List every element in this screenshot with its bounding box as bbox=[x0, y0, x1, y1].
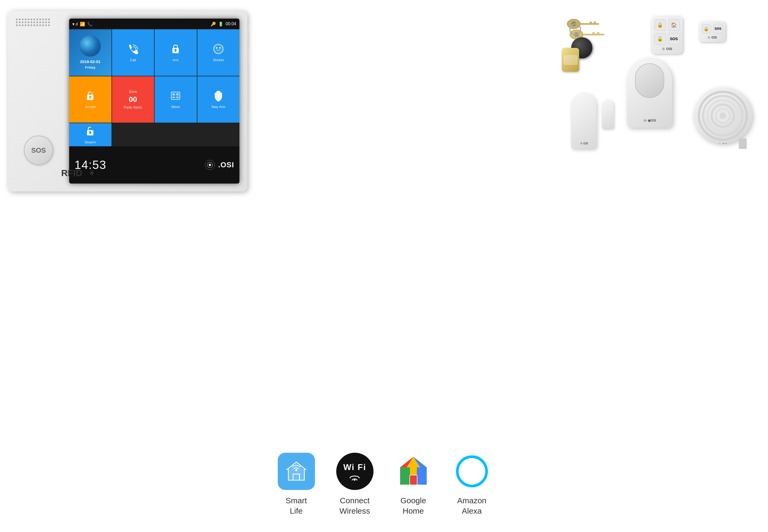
wifi-line2: Wireless bbox=[339, 506, 370, 515]
day-display: Friday bbox=[85, 65, 96, 69]
remote-btn2-lock[interactable]: 🔒 bbox=[701, 24, 711, 34]
osi-text: .OSI bbox=[218, 161, 234, 169]
smart-life-label: Smart Life bbox=[285, 495, 307, 516]
alexa-line2: Alexa bbox=[462, 506, 482, 515]
armed-label: Armed bbox=[85, 105, 95, 109]
socket-label: Socket bbox=[213, 58, 224, 62]
status-right: 🔑 🔋 00:04 bbox=[211, 22, 236, 27]
smart-life-line1: Smart bbox=[285, 496, 307, 505]
disarm-icon bbox=[84, 125, 96, 139]
smart-life-feature: Smart Life bbox=[278, 453, 315, 516]
arm-cell[interactable]: Arm bbox=[155, 29, 197, 76]
smart-life-line2: Life bbox=[290, 506, 302, 515]
remote-brand-2: OSI bbox=[701, 36, 723, 39]
remote-btn-sos[interactable]: SOS bbox=[668, 33, 680, 45]
globe-graphic bbox=[80, 35, 101, 57]
remote-buttons-1: 🔒 🏠 🔓 SOS bbox=[654, 19, 680, 45]
svg-rect-2 bbox=[175, 51, 176, 52]
signal-icon: ▾.ıl bbox=[72, 22, 78, 27]
svg-rect-30 bbox=[592, 32, 595, 34]
call-label: Call bbox=[130, 58, 136, 62]
osi-logo-screen: .OSI bbox=[203, 158, 234, 172]
door-sensor-group: OSI bbox=[571, 93, 614, 154]
menu-cell[interactable]: Menu bbox=[155, 76, 197, 123]
date-display: 2018-02-01 bbox=[80, 59, 101, 64]
siren-body: OSI bbox=[694, 88, 752, 144]
status-bar: ▾.ıl 📶 📞 🔑 🔋 00:04 bbox=[69, 19, 239, 29]
remote-btn-home[interactable]: 🏠 bbox=[668, 19, 680, 31]
rfid-waves-icon bbox=[84, 168, 94, 178]
wifi-icon: Wi Fi bbox=[336, 453, 373, 490]
socket-cell[interactable]: Socket bbox=[197, 29, 240, 76]
remote-control-1[interactable]: 🔒 🏠 🔓 SOS OSI bbox=[651, 16, 683, 54]
svg-point-33 bbox=[663, 48, 664, 49]
svg-point-35 bbox=[708, 37, 709, 38]
pir-body: ◉OSI bbox=[627, 59, 672, 128]
alexa-line1: Amazon bbox=[457, 496, 486, 505]
wifi-text: Wi Fi bbox=[343, 462, 366, 472]
svg-rect-31 bbox=[597, 32, 599, 34]
svg-point-39 bbox=[581, 143, 582, 144]
google-home-feature: Google Home bbox=[395, 453, 432, 516]
remote-control-2[interactable]: 🔒 SOS OSI bbox=[699, 21, 725, 42]
google-home-label: Google Home bbox=[400, 495, 426, 516]
svg-point-6 bbox=[219, 47, 221, 49]
svg-rect-11 bbox=[171, 92, 180, 99]
remote-btn-lock[interactable]: 🔒 bbox=[654, 19, 666, 31]
wifi-arcs bbox=[348, 473, 361, 481]
bottom-features: Smart Life Wi Fi Connect Wireless bbox=[278, 453, 491, 516]
google-home-line1: Google bbox=[400, 496, 426, 505]
svg-rect-24 bbox=[580, 23, 599, 25]
call-cell[interactable]: Call bbox=[112, 29, 154, 76]
door-sensor-brand: OSI bbox=[580, 142, 588, 145]
google-home-line2: Home bbox=[402, 506, 424, 515]
clock-display: 00:04 bbox=[226, 22, 236, 26]
disarm-cell[interactable]: Disarm bbox=[69, 123, 111, 146]
pir-sensor: ◉OSI bbox=[627, 59, 672, 128]
stay-arm-label: Stay Arm bbox=[211, 105, 225, 109]
stay-arm-icon bbox=[213, 90, 224, 103]
menu-icon bbox=[170, 90, 181, 103]
svg-point-54 bbox=[461, 461, 483, 482]
touch-screen[interactable]: ▾.ıl 📶 📞 🔑 🔋 00:04 2018-02-01 Friday bbox=[69, 19, 239, 184]
sos-label: SOS bbox=[31, 146, 46, 155]
stay-arm-cell[interactable]: Stay Arm bbox=[197, 76, 240, 123]
armed-icon bbox=[84, 90, 96, 103]
svg-point-4 bbox=[215, 45, 222, 53]
remote-btn2-sos[interactable]: SOS bbox=[713, 24, 723, 34]
zone-number: 00 bbox=[129, 95, 137, 104]
siren-ridges-svg bbox=[696, 89, 749, 142]
door-sensor: OSI bbox=[571, 93, 614, 154]
armed-cell[interactable]: Armed bbox=[69, 76, 111, 123]
remote-btn-unlock[interactable]: 🔓 bbox=[654, 33, 666, 45]
pir-lens bbox=[635, 63, 664, 98]
screen-grid[interactable]: 2018-02-01 Friday Call bbox=[69, 29, 239, 146]
card-chip bbox=[564, 55, 577, 65]
wifi-line1: Connect bbox=[340, 496, 370, 505]
zone-label: Zone bbox=[129, 90, 137, 94]
svg-rect-51 bbox=[410, 475, 417, 485]
wifi-label: Connect Wireless bbox=[339, 495, 370, 516]
card-fob bbox=[562, 48, 579, 72]
status-left: ▾.ıl 📶 📞 bbox=[72, 22, 93, 27]
alexa-feature: Amazon Alexa bbox=[453, 453, 491, 516]
panic-label: Panic Alarm bbox=[124, 105, 142, 109]
svg-point-19 bbox=[209, 164, 211, 166]
svg-point-46 bbox=[720, 113, 726, 119]
alexa-svg bbox=[455, 454, 489, 489]
siren-mount bbox=[739, 138, 747, 149]
svg-rect-13 bbox=[176, 93, 179, 95]
svg-rect-25 bbox=[590, 22, 592, 23]
svg-rect-26 bbox=[594, 22, 596, 23]
battery-icon: 🔋 bbox=[218, 22, 223, 27]
smart-life-svg bbox=[284, 459, 308, 483]
remote-brand-1: OSI bbox=[654, 47, 680, 51]
key-icon: 🔑 bbox=[211, 22, 216, 27]
sos-button[interactable]: SOS bbox=[24, 136, 53, 165]
arm-icon bbox=[170, 43, 181, 56]
panic-cell[interactable]: Zone 00 Panic Alarm bbox=[112, 76, 154, 123]
disarm-label: Disarm bbox=[85, 140, 96, 144]
alexa-icon bbox=[453, 453, 491, 490]
rfid-label: RFID bbox=[61, 168, 94, 178]
door-sensor-main: OSI bbox=[571, 93, 596, 149]
